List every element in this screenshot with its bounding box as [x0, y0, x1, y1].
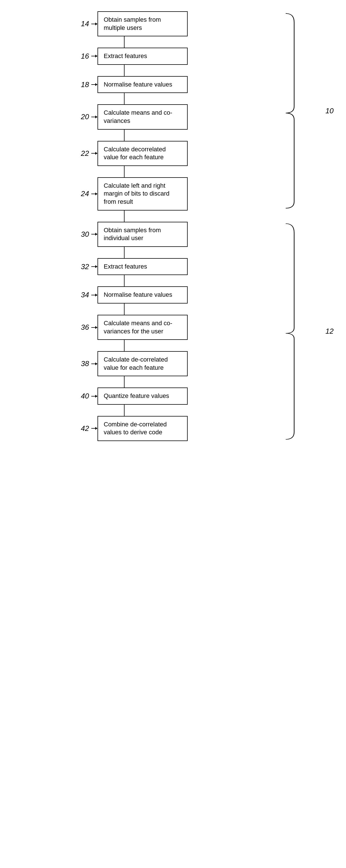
svg-marker-19 [95, 326, 97, 329]
step-box-14: Obtain samples from multiple users [97, 11, 188, 36]
step-number-20: 20 [74, 113, 91, 121]
group2: 30 Obtain samples from individual user 3… [74, 222, 272, 441]
arrow-30 [91, 231, 97, 237]
brace-group1: 10 [283, 11, 297, 211]
step-number-14: 14 [74, 20, 91, 28]
step-row-34: 34 Normalise feature values [74, 286, 272, 304]
svg-marker-23 [95, 395, 97, 398]
step-box-36: Calculate means and co-variances for the… [97, 315, 188, 340]
step-row-36: 36 Calculate means and co-variances for … [74, 315, 272, 340]
arrow-22 [91, 151, 97, 156]
group1-label: 10 [325, 106, 334, 115]
step-box-32: Extract features [97, 258, 188, 275]
step-number-22: 22 [74, 149, 91, 158]
arrow-14 [91, 22, 97, 27]
step-box-40: Quantize feature values [97, 388, 188, 405]
arrow-40 [91, 394, 97, 399]
step-row-30: 30 Obtain samples from individual user [74, 222, 272, 247]
step-box-30: Obtain samples from individual user [97, 222, 188, 247]
arrow-34 [91, 292, 97, 298]
svg-marker-7 [95, 116, 97, 118]
svg-marker-11 [95, 192, 97, 195]
connector-36-38 [124, 340, 125, 351]
group2-label: 12 [325, 327, 334, 336]
connector-32-34 [124, 275, 125, 286]
svg-marker-15 [95, 265, 97, 268]
diagram-container: 14 Obtain samples from multiple users 16 [0, 0, 346, 868]
connector-40-42 [124, 405, 125, 416]
step-number-18: 18 [74, 80, 91, 89]
arrow-18 [91, 82, 97, 87]
svg-marker-21 [95, 363, 97, 365]
step-row-20: 20 Calculate means and co-variances [74, 104, 272, 129]
step-row-18: 18 Normalise feature values [74, 76, 272, 93]
connector-16-18 [124, 65, 125, 76]
step-number-42: 42 [74, 424, 91, 433]
arrow-20 [91, 115, 97, 120]
arrow-36 [91, 325, 97, 330]
step-box-18: Normalise feature values [97, 76, 188, 93]
brace-group2: 12 [283, 222, 297, 441]
svg-marker-1 [95, 23, 97, 25]
step-number-38: 38 [74, 359, 91, 368]
step-box-38: Calculate de-correlated value for each f… [97, 351, 188, 376]
group1: 14 Obtain samples from multiple users 16 [74, 11, 272, 211]
svg-marker-3 [95, 55, 97, 58]
step-number-32: 32 [74, 262, 91, 271]
connector-34-36 [124, 304, 125, 315]
step-row-24: 24 Calculate left and right margin of bi… [74, 177, 272, 211]
svg-marker-13 [95, 233, 97, 236]
step-row-14: 14 Obtain samples from multiple users [74, 11, 272, 36]
arrow-42 [91, 426, 97, 431]
arrow-24 [91, 191, 97, 196]
arrow-32 [91, 264, 97, 269]
step-box-22: Calculate decorrelated value for each fe… [97, 141, 188, 166]
step-number-24: 24 [74, 189, 91, 198]
step-box-20: Calculate means and co-variances [97, 104, 188, 129]
step-row-22: 22 Calculate decorrelated value for each… [74, 141, 272, 166]
svg-marker-17 [95, 293, 97, 297]
step-row-40: 40 Quantize feature values [74, 388, 272, 405]
step-box-42: Combine de-correlated values to derive c… [97, 416, 188, 441]
step-box-24: Calculate left and right margin of bits … [97, 177, 188, 211]
step-number-40: 40 [74, 392, 91, 400]
step-row-38: 38 Calculate de-correlated value for eac… [74, 351, 272, 376]
step-row-32: 32 Extract features [74, 258, 272, 275]
arrow-38 [91, 361, 97, 366]
connector-14-16 [124, 36, 125, 48]
step-box-34: Normalise feature values [97, 286, 188, 304]
connector-38-40 [124, 376, 125, 388]
svg-marker-5 [95, 83, 97, 86]
svg-marker-9 [95, 152, 97, 155]
step-row-42: 42 Combine de-correlated values to deriv… [74, 416, 272, 441]
step-row-16: 16 Extract features [74, 48, 272, 65]
step-number-16: 16 [74, 52, 91, 61]
step-number-34: 34 [74, 290, 91, 299]
connector-20-22 [124, 130, 125, 141]
flow-wrapper: 14 Obtain samples from multiple users 16 [74, 11, 272, 441]
svg-marker-25 [95, 427, 97, 430]
step-box-16: Extract features [97, 48, 188, 65]
step-number-30: 30 [74, 230, 91, 239]
connector-30-32 [124, 247, 125, 258]
arrow-16 [91, 54, 97, 59]
connector-22-24 [124, 166, 125, 177]
connector-18-20 [124, 93, 125, 104]
step-number-36: 36 [74, 323, 91, 332]
connector-groups [124, 211, 125, 222]
